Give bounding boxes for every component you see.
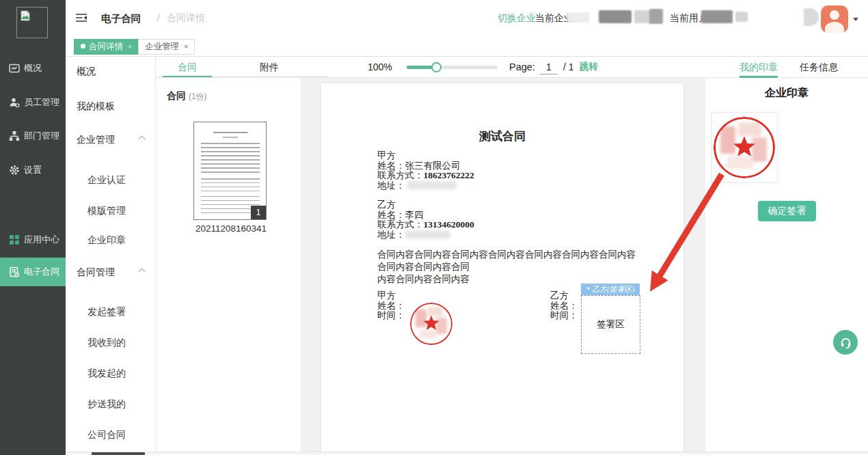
contract-body: 合同内容合同内容合同内容合同内容合同内容合同内容合同内容合同内容合同内容合同 内…: [377, 249, 637, 286]
switch-company-link[interactable]: 切换企业: [498, 12, 536, 25]
sidebar-item-settings[interactable]: 设置: [0, 161, 66, 180]
signature-zone-dropbox[interactable]: 签署区: [581, 295, 640, 354]
zoom-slider[interactable]: [407, 66, 498, 69]
sidebar-item-department[interactable]: 部门管理: [0, 126, 66, 146]
sign-b-time-label: 时间：: [550, 311, 578, 321]
tab-task-info[interactable]: 任务信息: [800, 57, 838, 77]
submenu-item-initiated[interactable]: 我发起的: [87, 368, 126, 380]
contract-count: (1份): [189, 92, 207, 101]
redacted-company-text: [634, 10, 651, 23]
contract-icon: [9, 266, 20, 277]
tab-my-seals[interactable]: 我的印章: [740, 57, 778, 77]
page-total-label: / 1: [563, 57, 574, 77]
overview-icon: [9, 63, 20, 74]
contract-body-line: 合同内容合同内容合同内容合同内容合同内容合同内容合同内容合同内容合同内容合同: [377, 249, 637, 273]
submenu-item-my-templates[interactable]: 我的模板: [77, 100, 115, 113]
redacted-address: [405, 230, 450, 238]
zoom-slider-handle[interactable]: [431, 62, 442, 72]
sign-zone-placeholder: 签署区: [597, 318, 625, 331]
page-jump-button[interactable]: 跳转: [580, 57, 598, 77]
tab-attachment[interactable]: 附件: [245, 57, 294, 77]
customer-support-button[interactable]: [833, 330, 858, 355]
sidebar-item-label: 员工管理: [24, 96, 59, 109]
party-a-phone: 18623762222: [424, 170, 474, 180]
submenu-item-received[interactable]: 我收到的: [87, 337, 126, 349]
party-a-contact: 联系方式：18623762222: [377, 171, 474, 181]
contract-list-panel: 合同 (1份) 1 20211208160341: [156, 78, 301, 452]
seal-ring: [410, 303, 452, 345]
sidebar-item-overview[interactable]: 概况: [0, 59, 66, 78]
contract-title: 测试合同: [321, 128, 683, 144]
sidebar-item-staff[interactable]: 员工管理: [0, 93, 66, 112]
top-header: 电子合同 / 合同详情 切换企业 当前企业: 当前用户:: [66, 0, 868, 36]
chevron-up-icon[interactable]: [139, 136, 146, 143]
app-logo: [16, 7, 48, 38]
sign-a-time-label: 时间：: [377, 311, 405, 321]
seal-ring: [714, 117, 775, 178]
breadcrumb-root[interactable]: 电子合同: [101, 12, 141, 25]
sidebar-item-econtract[interactable]: 电子合同: [0, 258, 66, 286]
workspace-tab-contract-detail[interactable]: 合同详情×: [74, 39, 139, 55]
company-seal-slot[interactable]: [711, 112, 778, 183]
submenu-item-company-seal[interactable]: 企业印章: [87, 234, 126, 247]
thumb-text-line: [223, 137, 238, 138]
party-b-name: 姓名：李四: [377, 210, 474, 221]
contract-thumbnail[interactable]: 1: [193, 122, 267, 220]
thumb-text-line: [213, 132, 247, 133]
submenu-item-cc-me[interactable]: 抄送我的: [87, 398, 126, 411]
submenu-item-company-contracts[interactable]: 公司合同: [87, 429, 126, 441]
workspace-tabbar: 合同详情× 企业管理×: [66, 36, 868, 57]
company-seal-stamp-small: [410, 303, 452, 345]
submenu-item-template-mgmt[interactable]: 模版管理: [87, 205, 126, 217]
submenu-item-initiate-sign[interactable]: 发起签署: [87, 306, 126, 318]
user-avatar[interactable]: [821, 5, 848, 33]
tab-contract[interactable]: 合同: [163, 57, 212, 77]
app-root: 概况 员工管理 部门管理 设置 应用中心 电子合同 电子合同 / 合: [0, 0, 868, 455]
sign-zone-tag: * 乙方(签署区): [581, 284, 640, 295]
menu-fold-icon[interactable]: [75, 12, 87, 23]
submenu-item-overview[interactable]: 概况: [77, 66, 96, 78]
page-number-input[interactable]: 1: [540, 59, 558, 74]
submenu-item-company-cert[interactable]: 企业认证: [87, 174, 126, 187]
party-a-name: 姓名：张三有限公司: [377, 161, 474, 171]
contract-doc-name[interactable]: 20211208160341: [173, 223, 289, 234]
company-seal-stamp-large: [714, 117, 775, 178]
sign-b-name-label: 姓名：: [550, 301, 578, 312]
sign-b-party: 乙方: [550, 291, 578, 301]
broken-image-icon: [20, 10, 31, 21]
chevron-down-icon[interactable]: [853, 18, 858, 21]
close-icon[interactable]: ×: [128, 42, 132, 51]
workspace-tab-label: 企业管理: [145, 42, 179, 51]
main-sidebar: 概况 员工管理 部门管理 设置 应用中心 电子合同: [0, 0, 66, 455]
settings-icon: [9, 165, 20, 176]
submenu-sidebar: 概况 我的模板 企业管理 企业认证 模版管理 企业印章 合同管理 发起签署 我收…: [66, 57, 156, 455]
workspace-tab-company-mgmt[interactable]: 企业管理×: [138, 39, 195, 55]
submenu-item-company-mgmt[interactable]: 企业管理: [77, 134, 115, 146]
sign-block-a: 甲方 姓名： 时间：: [377, 291, 405, 321]
submenu-item-contract-mgmt[interactable]: 合同管理: [77, 266, 115, 279]
sign-a-name-label: 姓名：: [377, 301, 405, 312]
contract-page: 测试合同 甲方 姓名：张三有限公司 联系方式：18623762222 地址： 乙…: [321, 83, 683, 455]
viewer-toolbar: 合同 附件 100% Page: 1 / 1 跳转: [156, 57, 705, 78]
sidebar-item-label: 电子合同: [24, 266, 59, 278]
headset-icon: [839, 336, 852, 349]
department-icon: [9, 130, 20, 141]
thumb-paragraph: [201, 143, 260, 173]
active-tab-ink: [163, 76, 212, 78]
contract-list-heading: 合同 (1份): [167, 90, 207, 102]
close-icon[interactable]: ×: [184, 42, 188, 51]
horizontal-scrollbar[interactable]: [66, 452, 868, 455]
sidebar-item-app-center[interactable]: 应用中心: [0, 230, 66, 249]
redacted-company-text: [567, 12, 589, 23]
sign-block-b: 乙方 姓名： 时间：: [550, 291, 578, 321]
sign-a-party: 甲方: [377, 291, 405, 301]
scrollbar-thumb[interactable]: [92, 452, 145, 455]
sidebar-item-label: 设置: [24, 164, 42, 176]
chevron-up-icon[interactable]: [139, 268, 146, 275]
staff-icon: [9, 97, 20, 108]
confirm-sign-button[interactable]: 确定签署: [758, 201, 816, 221]
contract-list-title: 合同: [167, 90, 186, 101]
redacted-company-text: [649, 9, 663, 24]
avatar-body-shape: [825, 22, 844, 33]
party-b-heading: 乙方: [377, 200, 474, 210]
